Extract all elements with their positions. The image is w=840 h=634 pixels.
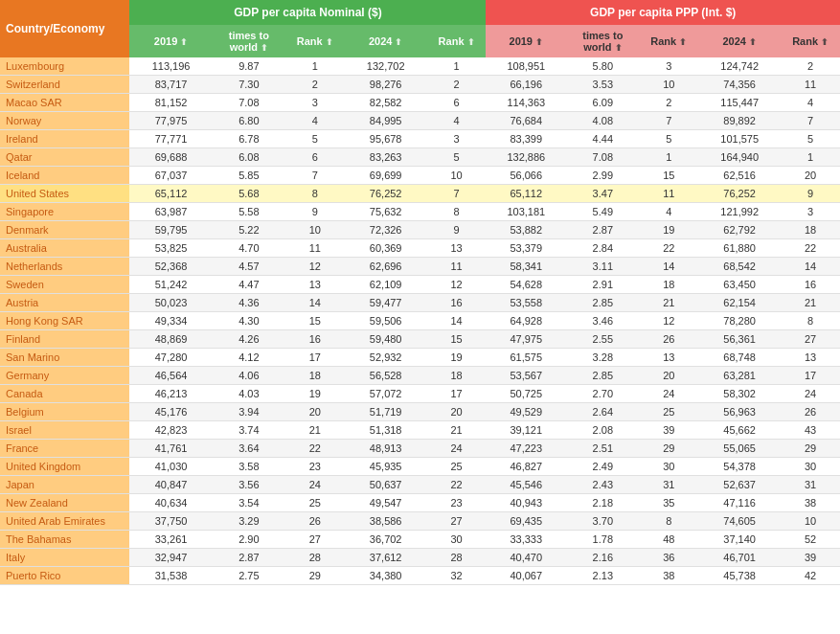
data-cell: 2.18 (566, 494, 639, 512)
nominal-rank2-header[interactable]: Rank ⬆ (427, 25, 487, 57)
table-row: Denmark59,7955.221072,326953,8822.871962… (0, 221, 840, 239)
nominal-2019-header[interactable]: 2019 ⬆ (129, 25, 212, 57)
data-cell: 14 (427, 312, 487, 330)
data-cell: 18 (781, 221, 840, 239)
data-cell: 2.90 (213, 531, 285, 549)
table-row: Hong Kong SAR49,3344.301559,5061464,9283… (0, 312, 840, 330)
data-cell: 68,748 (698, 349, 781, 367)
data-cell: 2.85 (566, 367, 639, 385)
data-cell: 4.70 (213, 239, 285, 258)
data-cell: 51,242 (129, 276, 212, 294)
data-cell: 29 (781, 440, 840, 458)
sort-icon: ⬆ (615, 43, 623, 53)
data-cell: 3 (640, 57, 699, 76)
data-cell: 5 (285, 130, 345, 148)
data-cell: 13 (285, 276, 345, 294)
table-row: New Zealand40,6343.542549,5472340,9432.1… (0, 494, 840, 512)
data-cell: 8 (781, 312, 840, 330)
data-cell: 3.74 (213, 421, 285, 440)
data-cell: 13 (427, 239, 487, 258)
data-cell: 4.08 (566, 112, 639, 130)
data-cell: 23 (285, 458, 345, 476)
data-cell: 42 (781, 567, 840, 585)
data-cell: 14 (640, 258, 699, 276)
data-cell: 5 (640, 130, 699, 148)
data-cell: 39 (640, 421, 699, 440)
ppp-rank1-header[interactable]: Rank ⬆ (640, 25, 699, 57)
data-cell: 31 (640, 476, 699, 494)
data-cell: 30 (640, 458, 699, 476)
data-cell: 59,480 (345, 330, 427, 349)
data-cell: 37,750 (129, 512, 212, 531)
data-cell: 16 (427, 294, 487, 312)
data-cell: 4 (285, 112, 345, 130)
data-cell: 132,702 (345, 57, 427, 76)
gdp-table-container: Country/Economy GDP per capita Nominal (… (0, 0, 840, 585)
data-cell: 3.29 (213, 512, 285, 531)
data-cell: 4.57 (213, 258, 285, 276)
data-cell: 101,575 (698, 130, 781, 148)
data-cell: 24 (285, 476, 345, 494)
country-cell: Switzerland (0, 76, 129, 94)
data-cell: 56,528 (345, 367, 427, 385)
sort-icon: ⬆ (679, 37, 687, 47)
table-row: Puerto Rico31,5382.752934,3803240,0672.1… (0, 567, 840, 585)
country-cell: Qatar (0, 148, 129, 167)
data-cell: 49,547 (345, 494, 427, 512)
data-cell: 53,882 (486, 221, 566, 239)
data-cell: 46,701 (698, 549, 781, 567)
table-row: Singapore63,9875.58975,6328103,1815.4941… (0, 203, 840, 221)
nominal-rank1-header[interactable]: Rank ⬆ (285, 25, 345, 57)
data-cell: 63,450 (698, 276, 781, 294)
data-cell: 1 (427, 57, 487, 76)
country-header[interactable]: Country/Economy (0, 0, 129, 57)
data-cell: 11 (781, 76, 840, 94)
data-cell: 59,795 (129, 221, 212, 239)
data-cell: 63,281 (698, 367, 781, 385)
data-cell: 3.28 (566, 349, 639, 367)
data-cell: 6 (285, 148, 345, 167)
data-cell: 41,030 (129, 458, 212, 476)
data-cell: 63,987 (129, 203, 212, 221)
nominal-times-header[interactable]: times to world ⬆ (213, 25, 285, 57)
data-cell: 12 (427, 276, 487, 294)
table-row: United Arab Emirates37,7503.292638,58627… (0, 512, 840, 531)
data-cell: 47,975 (486, 330, 566, 349)
ppp-2019-header[interactable]: 2019 ⬆ (486, 25, 566, 57)
data-cell: 7 (427, 185, 487, 203)
data-cell: 74,605 (698, 512, 781, 531)
ppp-rank2-header[interactable]: Rank ⬆ (781, 25, 840, 57)
data-cell: 45,546 (486, 476, 566, 494)
country-cell: Iceland (0, 167, 129, 185)
data-cell: 52,368 (129, 258, 212, 276)
country-cell: Italy (0, 549, 129, 567)
table-row: Qatar69,6886.08683,2635132,8867.081164,9… (0, 148, 840, 167)
data-cell: 4.12 (213, 349, 285, 367)
data-cell: 3.94 (213, 403, 285, 421)
data-cell: 49,334 (129, 312, 212, 330)
data-cell: 114,363 (486, 94, 566, 112)
sort-icon: ⬆ (180, 37, 188, 47)
nominal-2024-header[interactable]: 2024 ⬆ (345, 25, 427, 57)
data-cell: 3.46 (566, 312, 639, 330)
data-cell: 17 (285, 349, 345, 367)
data-cell: 83,263 (345, 148, 427, 167)
data-cell: 22 (781, 239, 840, 258)
data-cell: 24 (781, 385, 840, 403)
data-cell: 35 (640, 494, 699, 512)
table-row: Finland48,8694.261659,4801547,9752.55265… (0, 330, 840, 349)
data-cell: 13 (640, 349, 699, 367)
data-cell: 53,379 (486, 239, 566, 258)
table-row: France41,7613.642248,9132447,2232.512955… (0, 440, 840, 458)
table-row: United States65,1125.68876,252765,1123.4… (0, 185, 840, 203)
data-cell: 22 (640, 239, 699, 258)
data-cell: 43 (781, 421, 840, 440)
ppp-2024-header[interactable]: 2024 ⬆ (698, 25, 781, 57)
ppp-times-header[interactable]: times to world ⬆ (566, 25, 639, 57)
data-cell: 39 (781, 549, 840, 567)
data-cell: 39,121 (486, 421, 566, 440)
data-cell: 89,892 (698, 112, 781, 130)
data-cell: 58,341 (486, 258, 566, 276)
data-cell: 27 (781, 330, 840, 349)
data-cell: 13 (781, 349, 840, 367)
